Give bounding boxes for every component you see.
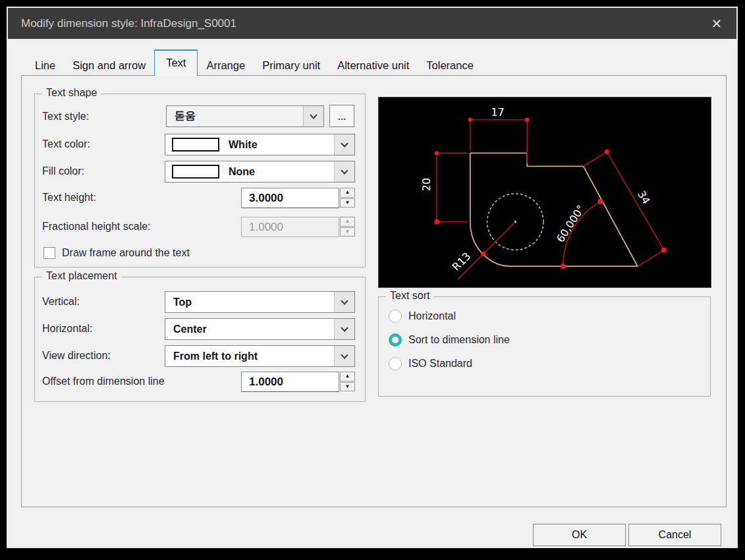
dim-label-radius: R13 [450,250,474,273]
dimension-34-lines [584,150,667,266]
chevron-down-icon[interactable] [334,161,354,182]
dimension-radius-line [458,222,515,279]
text-style-value: 돋움 [167,109,303,123]
fractional-height-scale-label: Fractional height scale: [42,220,151,233]
draw-frame-label: Draw frame around the text [62,246,190,260]
dimension-style-preview: 17 20 34 60,000° R13 [378,97,711,288]
view-direction-select[interactable]: From left to right [165,345,355,367]
vertical-select[interactable]: Top [165,291,355,313]
tab-arrange[interactable]: Arrange [198,55,254,76]
radio-sort-to-dimension-line-label[interactable]: Sort to dimension line [408,333,510,347]
text-height-input[interactable]: 3.0000 [241,188,339,208]
tab-text[interactable]: Text [154,49,198,76]
text-shape-group-label: Text shape [42,87,101,99]
modify-dimension-style-dialog: Modify dimension style: InfraDesign_S000… [7,7,738,548]
spin-down-icon: ▼ [340,227,355,237]
text-style-label: Text style: [42,110,89,123]
radio-sort-to-dimension-line[interactable] [389,333,402,347]
draw-frame-checkbox[interactable] [43,247,55,259]
text-color-swatch [172,138,219,152]
chevron-down-icon[interactable] [303,106,323,126]
radio-horizontal[interactable] [389,310,402,323]
chevron-down-icon[interactable] [334,134,354,155]
fractional-height-scale-input: 1.0000 [241,217,339,237]
horizontal-value: Center [165,323,334,335]
tab-line[interactable]: Line [26,55,64,76]
text-sort-group-label: Text sort [386,290,433,302]
preview-drawing: 17 20 34 60,000° R13 [379,98,711,287]
horizontal-select[interactable]: Center [165,318,355,340]
chevron-down-icon[interactable] [334,319,354,339]
spin-up-icon[interactable]: ▲ [340,188,355,198]
chevron-down-icon[interactable] [334,346,354,366]
radio-iso-standard-label[interactable]: ISO Standard [408,357,472,370]
dim-label-34: 34 [635,188,653,206]
text-style-browse-button[interactable]: ... [329,105,354,127]
dim-label-20: 20 [420,178,433,191]
radio-horizontal-label[interactable]: Horizontal [408,310,456,323]
offset-input[interactable]: 1.0000 [241,372,339,392]
vertical-value: Top [165,296,334,308]
spin-up-icon: ▲ [340,217,355,227]
dim-label-angle: 60,000° [554,203,588,245]
title-bar[interactable]: Modify dimension style: InfraDesign_S000… [8,8,736,39]
ok-button[interactable]: OK [533,524,626,546]
horizontal-label: Horizontal: [42,322,92,335]
text-height-stepper[interactable]: ▲ ▼ [340,188,355,208]
tab-tolerance[interactable]: Tolerance [418,55,482,76]
part-outline [470,153,638,266]
fill-color-select[interactable]: None [165,161,355,182]
radio-iso-standard[interactable] [389,357,402,370]
dim-label-17: 17 [491,106,504,119]
text-color-select[interactable]: White [165,134,355,155]
tab-alternative-unit[interactable]: Alternative unit [329,55,418,76]
dimension-endpoint-markers [434,118,667,269]
fractional-height-scale-stepper: ▲ ▼ [340,217,355,237]
text-placement-group-label: Text placement [42,270,121,282]
dimension-20-lines [437,153,468,221]
view-direction-label: View direction: [42,349,111,362]
spin-down-icon[interactable]: ▼ [340,382,355,392]
fill-color-label: Fill color: [42,165,84,178]
offset-stepper[interactable]: ▲ ▼ [340,372,355,392]
text-color-value: White [219,139,334,151]
vertical-label: Vertical: [42,295,80,308]
dimension-17-lines [470,120,527,164]
fill-color-value: None [219,166,334,178]
tab-bar: Line Sign and arrow Text Arrange Primary… [26,49,482,76]
offset-label: Offset from dimension line [42,375,165,388]
dialog-title: Modify dimension style: InfraDesign_S000… [21,8,236,39]
text-color-label: Text color: [42,138,90,151]
close-icon[interactable]: ✕ [706,14,727,34]
spin-up-icon[interactable]: ▲ [340,372,355,381]
tab-primary-unit[interactable]: Primary unit [254,55,329,76]
fill-color-swatch [172,165,219,179]
spin-down-icon[interactable]: ▼ [340,198,355,208]
cancel-button[interactable]: Cancel [628,524,721,546]
view-direction-value: From left to right [165,350,334,362]
chevron-down-icon[interactable] [334,292,354,312]
tab-sign-and-arrow[interactable]: Sign and arrow [64,55,154,76]
text-height-label: Text height: [42,191,96,204]
text-style-select[interactable]: 돋움 [166,105,324,127]
